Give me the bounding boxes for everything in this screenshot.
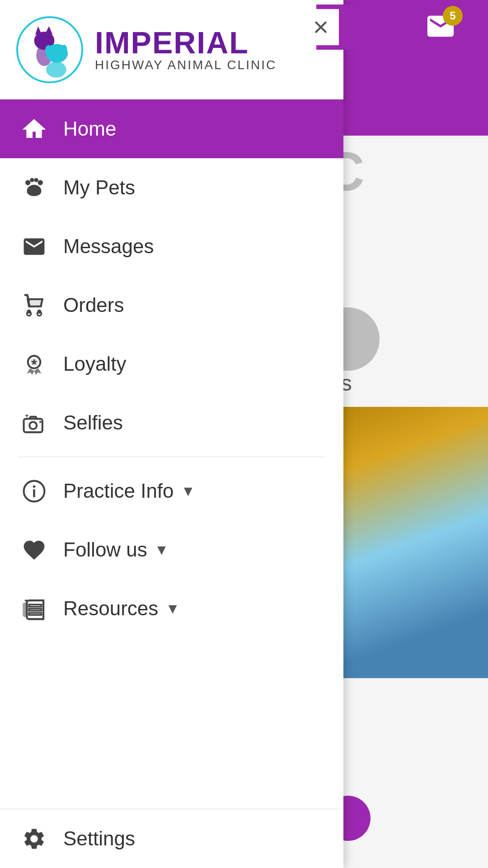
logo-area: IMPERIAL HIGHWAY ANIMAL CLINIC — [0, 0, 343, 99]
message-badge: 5 — [443, 6, 463, 26]
nav-item-orders[interactable]: Orders — [0, 276, 343, 335]
clinic-name: IMPERIAL HIGHWAY ANIMAL CLINIC — [95, 27, 277, 72]
nav-item-practice-info[interactable]: Practice Info ▼ — [0, 462, 343, 520]
svg-point-8 — [54, 55, 64, 62]
svg-point-13 — [38, 180, 42, 185]
close-icon: × — [313, 14, 328, 41]
nav-item-resources[interactable]: Resources ▼ — [0, 579, 343, 638]
svg-rect-20 — [23, 419, 42, 432]
book-icon — [18, 593, 50, 624]
main-navigation: Home My Pets Messages — [0, 99, 343, 809]
cart-icon — [18, 289, 50, 321]
settings-bar[interactable]: Settings — [0, 809, 343, 868]
follow-us-dropdown-arrow: ▼ — [155, 542, 169, 558]
side-drawer: IMPERIAL HIGHWAY ANIMAL CLINIC Home — [0, 0, 343, 868]
practice-info-dropdown-arrow: ▼ — [181, 483, 196, 500]
svg-point-12 — [34, 178, 38, 182]
svg-point-17 — [37, 309, 41, 313]
svg-point-25 — [33, 485, 35, 488]
message-area: 5 — [316, 5, 470, 50]
envelope-icon — [18, 231, 50, 262]
svg-point-16 — [27, 309, 31, 313]
nav-item-selfies[interactable]: Selfies — [0, 393, 343, 452]
nav-item-home[interactable]: Home — [0, 99, 343, 158]
paw-icon — [18, 172, 50, 203]
svg-marker-2 — [35, 26, 42, 34]
svg-point-21 — [29, 422, 37, 429]
heart-icon — [18, 534, 50, 566]
nav-item-messages[interactable]: Messages — [0, 217, 343, 276]
svg-marker-3 — [45, 26, 52, 34]
message-button[interactable]: 5 — [425, 10, 456, 44]
close-button[interactable]: × — [303, 9, 339, 45]
svg-point-9 — [46, 61, 66, 77]
loyalty-icon — [18, 348, 50, 380]
resources-dropdown-arrow: ▼ — [165, 600, 180, 617]
svg-point-10 — [25, 180, 30, 185]
gear-icon — [18, 823, 50, 854]
nav-item-my-pets[interactable]: My Pets — [0, 158, 343, 217]
home-icon — [18, 113, 50, 145]
nav-divider — [18, 457, 325, 457]
camera-icon — [18, 407, 50, 439]
svg-point-11 — [30, 178, 34, 182]
clinic-logo — [14, 14, 86, 86]
nav-item-loyalty[interactable]: Loyalty — [0, 335, 343, 393]
info-icon — [18, 475, 50, 507]
svg-point-22 — [39, 420, 41, 423]
nav-item-follow-us[interactable]: Follow us ▼ — [0, 520, 343, 579]
